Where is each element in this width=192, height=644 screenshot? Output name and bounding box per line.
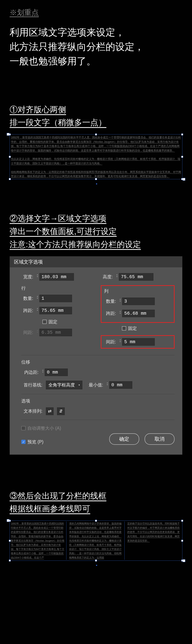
- step2-h2: 弹出一个数值面板,可进行设定: [9, 225, 183, 238]
- area-type-options-dialog: 区域文字选项 宽度: ˄˅ 180.03 mm 高度: ˄˅ 75.65 mm: [9, 256, 183, 455]
- down-arrow-icon[interactable]: ˅: [37, 310, 38, 312]
- down-arrow-icon[interactable]: ˅: [37, 298, 38, 300]
- row-gap-field: 6.35 mm: [39, 329, 72, 336]
- ok-button[interactable]: 确定: [109, 433, 139, 445]
- options-group-label: 选项: [21, 398, 175, 404]
- width-field[interactable]: 180.03 mm: [39, 273, 74, 281]
- height-field[interactable]: 75.65 mm: [119, 273, 153, 281]
- text-in-port[interactable]: [7, 519, 9, 522]
- down-arrow-icon[interactable]: ˅: [119, 301, 121, 303]
- col-qty-stepper[interactable]: ˄˅ 3: [119, 298, 155, 305]
- main-intro: 利用区域文字选项来设定， 此方法只推荐纵向分栏的设定， 一般也勉强够用了。: [9, 25, 183, 68]
- row-gap-label: 间距:: [21, 330, 33, 336]
- height-label: 高度:: [101, 274, 113, 280]
- width-stepper[interactable]: ˄˅ 180.03 mm: [37, 273, 74, 281]
- col-gap-field[interactable]: 5 mm: [122, 338, 155, 346]
- handle-top-mid[interactable]: [95, 520, 97, 522]
- col-fixed-checkbox[interactable]: [122, 326, 126, 330]
- auto-resize-label: 自动调整大小 (A): [27, 425, 61, 431]
- baseline-label: 首行基线:: [21, 382, 42, 388]
- textflow-label: 文本排列:: [21, 408, 42, 414]
- col-fixed-label: 固定: [128, 326, 137, 332]
- step3-h1: ③然后会出现了分栏的线框: [9, 489, 183, 502]
- step3-heading: ③然后会出现了分栏的线框 根据线框画参考线即可: [9, 489, 183, 515]
- row-qty-stepper[interactable]: ˄˅ 1: [37, 295, 72, 302]
- flow-horizontal-icon: ⇄: [48, 409, 51, 414]
- dialog-title: 区域文字选项: [10, 256, 182, 267]
- step1-heading: ①对齐版心两侧 排一段文字（稍微多一点）: [9, 103, 183, 129]
- preview-label: 预览 (P): [27, 439, 43, 445]
- handle-left-mid[interactable]: [9, 156, 11, 158]
- auto-resize-checkbox[interactable]: [21, 426, 25, 430]
- handle-top-mid[interactable]: [95, 134, 97, 136]
- row-span-label: 跨距:: [21, 308, 33, 314]
- intro-line-2: 此方法只推荐纵向分栏的设定，: [9, 40, 183, 54]
- intro-line-1: 利用区域文字选项来设定，: [9, 25, 183, 40]
- width-label: 宽度:: [21, 274, 33, 280]
- col-gap-label: 间距:: [104, 339, 116, 345]
- step2-heading: ②选择文字→区域文字选项 弹出一个数值面板,可进行设定 注意:这个方法只推荐纵向…: [9, 212, 183, 251]
- col-qty-label: 数量:: [104, 298, 116, 304]
- min-field[interactable]: 0 mm: [109, 381, 132, 389]
- divider: [21, 355, 175, 355]
- height-stepper[interactable]: ˄˅ 75.65 mm: [116, 273, 153, 281]
- column-1: 1692年，新登基的法国国王路易十四感到法国的印刷水平不尽人意。因此命令成立一个…: [11, 522, 66, 560]
- step2-h1: ②选择文字→区域文字选项: [9, 212, 183, 225]
- col-gap-stepper[interactable]: ˄˅ 5 mm: [119, 338, 155, 346]
- handle-right-mid[interactable]: [181, 156, 183, 158]
- step3-h2: 根据线框画参考线即可: [9, 502, 183, 515]
- col-span-field[interactable]: 56.68 mm: [122, 310, 155, 317]
- handle-bottom-mid[interactable]: [95, 178, 97, 180]
- inset-stepper[interactable]: ˄˅ 0 mm: [42, 368, 68, 376]
- down-arrow-icon[interactable]: ˅: [119, 313, 121, 315]
- columns-highlight: 列 数量: ˄˅ 3 跨距: ˄˅ 56.68 mm: [101, 285, 175, 323]
- inset-label: 内边距:: [21, 369, 39, 375]
- row-span-stepper[interactable]: ˄˅ 75.65 mm: [37, 307, 72, 314]
- inset-field[interactable]: 0 mm: [45, 368, 68, 376]
- divider: [21, 420, 175, 420]
- key-point-tag: ※划重点: [9, 8, 183, 18]
- placeholder-text: 1692年，新登基的法国国王路易十四感到法国的印刷水平不尽人意。因此命令成立一个…: [11, 135, 181, 178]
- textflow-horizontal-button[interactable]: ⇄: [46, 408, 54, 415]
- row-qty-label: 数量:: [21, 296, 33, 302]
- handle-top-right[interactable]: [181, 134, 183, 136]
- offset-group-label: 位移: [21, 359, 175, 365]
- min-stepper[interactable]: ˄˅ 0 mm: [107, 381, 132, 389]
- rows-group-label: 行: [21, 285, 95, 291]
- col-qty-field[interactable]: 3: [122, 298, 155, 305]
- text-out-port[interactable]: [183, 559, 185, 562]
- handle-top-right[interactable]: [181, 520, 183, 522]
- col-span-label: 跨距:: [104, 310, 116, 316]
- handle-left-mid[interactable]: [9, 540, 11, 542]
- handle-bottom-mid[interactable]: [95, 560, 97, 562]
- cancel-button[interactable]: 取消: [145, 433, 175, 445]
- down-arrow-icon[interactable]: ˅: [37, 277, 38, 279]
- preview-checkbox[interactable]: ✓: [21, 440, 25, 444]
- handle-right-mid[interactable]: [181, 540, 183, 542]
- column-2: 谨的几何网格网络中设计字体的形状、版面的编排，试验传达功能的效能。这是世界上最早…: [69, 522, 125, 560]
- column-3: 定的格子划分空间以及版面布局。同时根据格子对文字图片的编排，对于网页设计来说栅格…: [127, 522, 181, 560]
- row-fixed-checkbox[interactable]: [42, 320, 47, 324]
- step1-h1: ①对齐版心两侧: [9, 103, 183, 116]
- step2-h3: 注意:这个方法只推荐纵向分栏的设定: [9, 238, 183, 251]
- handle-bottom-left[interactable]: [9, 178, 11, 180]
- down-arrow-icon[interactable]: ˅: [116, 277, 118, 279]
- baseline-dropdown[interactable]: 全角字框高度 ▾: [46, 381, 82, 389]
- step1-h2: 排一段文字（稍微多一点）: [9, 116, 183, 129]
- text-frame-illustration-3: 1692年，新登基的法国国王路易十四感到法国的印刷水平不尽人意。因此命令成立一个…: [9, 520, 183, 561]
- down-arrow-icon[interactable]: ˅: [107, 385, 108, 387]
- text-in-port[interactable]: [7, 133, 9, 136]
- row-span-field[interactable]: 75.65 mm: [39, 307, 72, 314]
- handle-bottom-left[interactable]: [9, 560, 11, 562]
- row-qty-field[interactable]: 1: [39, 295, 72, 302]
- textflow-vertical-button[interactable]: ⇵: [57, 408, 65, 415]
- down-arrow-icon: ˅: [37, 332, 38, 334]
- col-gap-highlight: 间距: ˄˅ 5 mm: [101, 335, 175, 348]
- text-out-port[interactable]: [183, 178, 185, 180]
- chevron-down-icon: ▾: [79, 383, 80, 386]
- down-arrow-icon[interactable]: ˅: [119, 342, 121, 344]
- down-arrow-icon[interactable]: ˅: [42, 372, 44, 374]
- row-gap-stepper: ˄˅ 6.35 mm: [37, 329, 72, 336]
- col-span-stepper[interactable]: ˄˅ 56.68 mm: [119, 310, 155, 317]
- baseline-value: 全角字框高度: [48, 382, 75, 388]
